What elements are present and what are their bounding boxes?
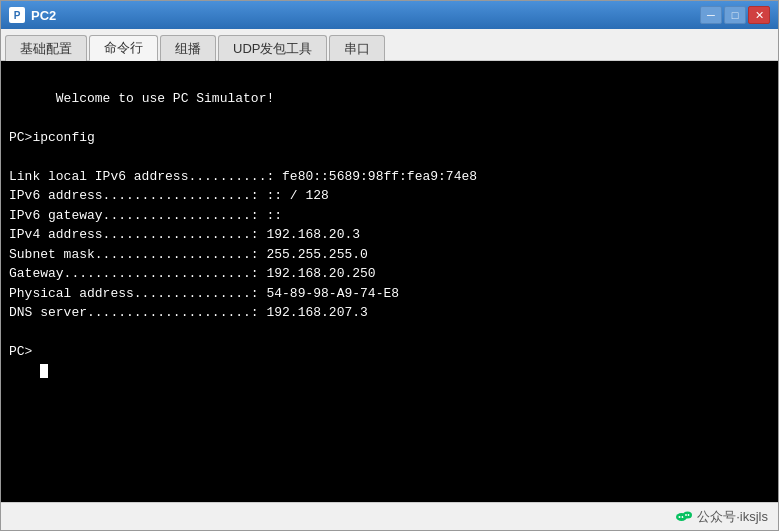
close-button[interactable]: ✕: [748, 6, 770, 24]
wechat-icon: [675, 508, 693, 526]
terminal-container[interactable]: Welcome to use PC Simulator! PC>ipconfig…: [1, 61, 778, 502]
svg-point-5: [688, 514, 690, 516]
tab-command[interactable]: 命令行: [89, 35, 158, 61]
title-bar: P PC2 ─ □ ✕: [1, 1, 778, 29]
tab-multicast[interactable]: 组播: [160, 35, 216, 61]
tab-udp[interactable]: UDP发包工具: [218, 35, 327, 61]
minimize-button[interactable]: ─: [700, 6, 722, 24]
watermark-text: 公众号·iksjls: [697, 508, 768, 526]
svg-point-4: [685, 514, 687, 516]
status-bar: 公众号·iksjls: [1, 502, 778, 530]
window-title: PC2: [31, 8, 56, 23]
main-window: P PC2 ─ □ ✕ 基础配置 命令行 组播 UDP发包工具 串口 Welco…: [0, 0, 779, 531]
tab-bar: 基础配置 命令行 组播 UDP发包工具 串口: [1, 29, 778, 61]
terminal-output: Welcome to use PC Simulator! PC>ipconfig…: [9, 69, 770, 381]
maximize-button[interactable]: □: [724, 6, 746, 24]
app-icon: P: [9, 7, 25, 23]
svg-point-3: [683, 511, 692, 518]
tab-basic[interactable]: 基础配置: [5, 35, 87, 61]
title-bar-controls: ─ □ ✕: [700, 6, 770, 24]
svg-point-1: [679, 516, 681, 518]
tab-serial[interactable]: 串口: [329, 35, 385, 61]
title-bar-left: P PC2: [9, 7, 56, 23]
watermark: 公众号·iksjls: [675, 508, 768, 526]
svg-point-2: [682, 516, 684, 518]
